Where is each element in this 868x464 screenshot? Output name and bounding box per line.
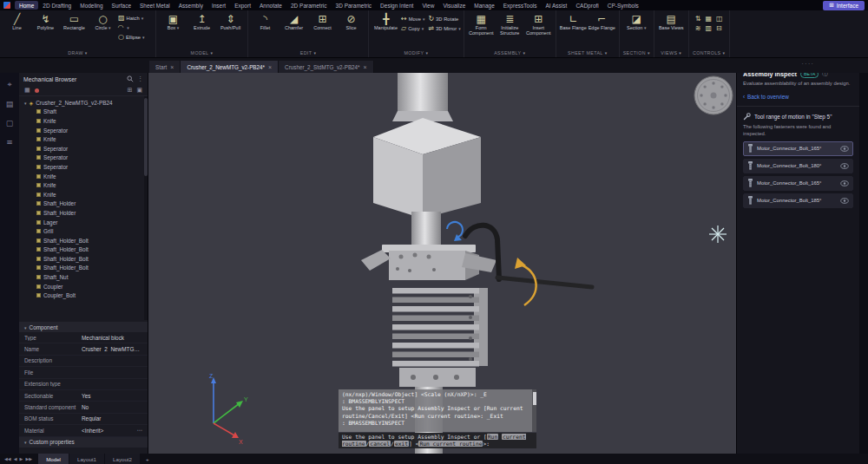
ribbon-tool-button[interactable]: ↻ 3D Rotate — [428, 15, 460, 23]
model-bolt[interactable] — [433, 375, 438, 380]
browser-tree-item[interactable]: Shaft_Holder_Bolt — [19, 236, 148, 245]
layout-tab[interactable]: Model — [38, 454, 69, 464]
menu-item[interactable]: Design Intent — [376, 1, 418, 10]
property-row[interactable]: Extension type — [19, 379, 148, 390]
ribbon-tool-button[interactable]: ▦ Form Component — [467, 12, 496, 49]
add-layout-icon[interactable] — [141, 456, 154, 462]
properties-icon[interactable]: ▢ — [6, 119, 14, 127]
ribbon-tool-button[interactable]: ⇕ Push/Pull — [216, 12, 245, 49]
model-bolt[interactable] — [454, 375, 459, 380]
last-layout-icon[interactable] — [25, 456, 32, 461]
browser-tree-item[interactable]: Seperator — [19, 154, 148, 163]
browser-tree-item[interactable]: Knife — [19, 180, 148, 190]
ribbon-tool-button[interactable]: ◢ Chamfer — [279, 12, 308, 49]
browser-tree-item[interactable]: Seperator — [19, 162, 148, 172]
browser-tree-item[interactable]: Shaft_Holder — [19, 199, 148, 209]
structure-icon[interactable]: ≡ — [6, 138, 13, 147]
target-icon[interactable]: ⌖ — [7, 80, 11, 89]
model-bolt[interactable] — [408, 269, 411, 272]
model-separator[interactable] — [392, 316, 479, 322]
command-history[interactable]: (nx/nxp)/Window/Object] <Scale (nX/nXP)>… — [339, 389, 536, 432]
browser-tree-item[interactable]: Seperator — [19, 144, 148, 154]
model-knife[interactable] — [392, 288, 479, 294]
chevron-down-icon[interactable] — [24, 100, 27, 106]
property-row[interactable]: Description — [19, 356, 148, 367]
document-tab[interactable]: Crusher_2_NewMTG_v2-PB24* — [181, 61, 279, 73]
layout-tab[interactable]: Layout2 — [105, 454, 140, 464]
menu-item[interactable]: Surface — [108, 1, 135, 10]
browser-tree-item[interactable]: Knife — [19, 172, 148, 181]
app-logo-icon[interactable] — [3, 2, 10, 9]
ribbon-tool-button[interactable]: ▭ Rectangle — [60, 12, 89, 49]
model-bolt[interactable] — [469, 337, 472, 340]
ribbon-tool-button[interactable]: ◪ Section — [622, 12, 651, 49]
browser-tree-item[interactable]: Shaft_Holder — [19, 208, 148, 218]
viewport-3d[interactable]: Z Y X (nx/nxp)/Window/Object] <Scale (nX… — [148, 73, 736, 454]
property-row[interactable]: BOM status Regular — [19, 414, 148, 425]
menu-item[interactable]: 2D Parametric — [286, 1, 332, 10]
browser-tree-item[interactable]: Shaft_Nut — [19, 272, 148, 282]
menu-item[interactable]: Manage — [470, 1, 499, 10]
ribbon-tool-button[interactable]: ◫ — [716, 15, 723, 23]
model-bolt[interactable] — [396, 267, 399, 271]
ribbon-group-label[interactable]: CONTROLS — [689, 49, 729, 57]
eye-icon[interactable] — [840, 146, 849, 152]
menu-item[interactable]: Modeling — [76, 1, 107, 10]
fastener-item[interactable]: Motor_Connector_Bolt_165° — [743, 141, 853, 156]
interface-button[interactable]: Interface — [823, 1, 865, 10]
ribbon-tool-button[interactable]: ▣ Box — [159, 12, 187, 49]
ribbon-group-label[interactable]: DRAW — [0, 49, 155, 57]
ribbon-group-label[interactable]: MODIFY — [369, 49, 464, 57]
ribbon-group-label[interactable]: VIEWS — [654, 49, 688, 57]
custom-properties-header[interactable]: Custom properties — [19, 437, 148, 448]
model-shaft-top[interactable] — [398, 73, 448, 111]
ribbon-group-label[interactable]: ASSEMBLY — [464, 49, 556, 57]
browser-tree-item[interactable]: Knife — [19, 134, 148, 144]
model-shaft-mid[interactable] — [411, 212, 441, 248]
layout-tab[interactable]: Layout1 — [69, 454, 104, 464]
close-icon[interactable] — [170, 64, 174, 70]
ribbon-tool-button[interactable]: ▱ Copy — [401, 24, 424, 32]
command-prompt[interactable]: Use the panel to setup Assembly Inspect … — [339, 433, 536, 448]
model-bolt[interactable] — [413, 253, 418, 258]
ribbon-tool-button[interactable]: ╱ Line — [3, 12, 31, 49]
document-tab[interactable]: Start — [149, 61, 181, 73]
close-icon[interactable] — [268, 64, 272, 70]
model-bolt[interactable] — [411, 375, 416, 380]
menu-item[interactable]: CADprofi — [571, 1, 602, 10]
ribbon-tool-button[interactable]: ⇌ 3D Mirror — [428, 24, 460, 32]
property-row[interactable]: File — [19, 367, 148, 378]
view-mode-icon[interactable]: ▣ — [136, 87, 142, 94]
filter-icon[interactable]: ▦ — [24, 87, 30, 94]
ribbon-tool-button[interactable]: ≣ Initialize Structure — [496, 12, 524, 49]
browser-tree-item[interactable]: Knife — [19, 190, 148, 199]
ribbon-tool-button[interactable]: ▨ Hatch — [118, 14, 153, 22]
menu-item[interactable]: Assembly — [174, 1, 207, 10]
ribbon-group-label[interactable]: SECTION — [620, 49, 654, 57]
model-bolt[interactable] — [399, 255, 404, 259]
ribbon-group-label[interactable]: SHEET METAL — [556, 49, 619, 57]
ribbon-tool-button[interactable]: ▥ — [705, 24, 712, 32]
menu-item[interactable]: ExpressTools — [499, 1, 542, 10]
model-separator[interactable] — [392, 297, 479, 304]
ribbon-tool-button[interactable]: ○ Ellipse — [118, 33, 153, 41]
model-holder-arm-left[interactable] — [361, 250, 391, 271]
ribbon-tool-button[interactable]: ◜◝ — [118, 23, 153, 31]
model-separator[interactable] — [392, 334, 479, 340]
panel-drag-handle[interactable] — [801, 60, 814, 68]
browser-tree-item[interactable]: Shaft_Holder_Bolt — [19, 245, 148, 255]
ribbon-tool-button[interactable]: ⌐ Edge Flange — [588, 12, 616, 49]
ribbon-tool-button[interactable]: ⊟ — [716, 24, 723, 32]
model-knife[interactable] — [392, 343, 479, 349]
ribbon-tool-button[interactable]: ○ Circle — [89, 12, 117, 49]
property-row[interactable]: Standard component No — [19, 402, 148, 413]
menu-item[interactable]: Export — [230, 1, 255, 10]
model-bolt[interactable] — [469, 316, 472, 319]
constraint-marker-icon[interactable] — [35, 88, 39, 93]
menu-item[interactable]: View — [418, 1, 438, 10]
browser-tree-item[interactable]: Shaft_Holder_Bolt — [19, 264, 148, 273]
ribbon-tool-button[interactable]: ◝ Fillet — [251, 12, 279, 49]
ribbon-tool-button[interactable]: ⊘ Slice — [337, 12, 365, 49]
ribbon-tool-button[interactable]: ≋ — [695, 24, 701, 32]
model-bolt[interactable] — [469, 357, 472, 361]
